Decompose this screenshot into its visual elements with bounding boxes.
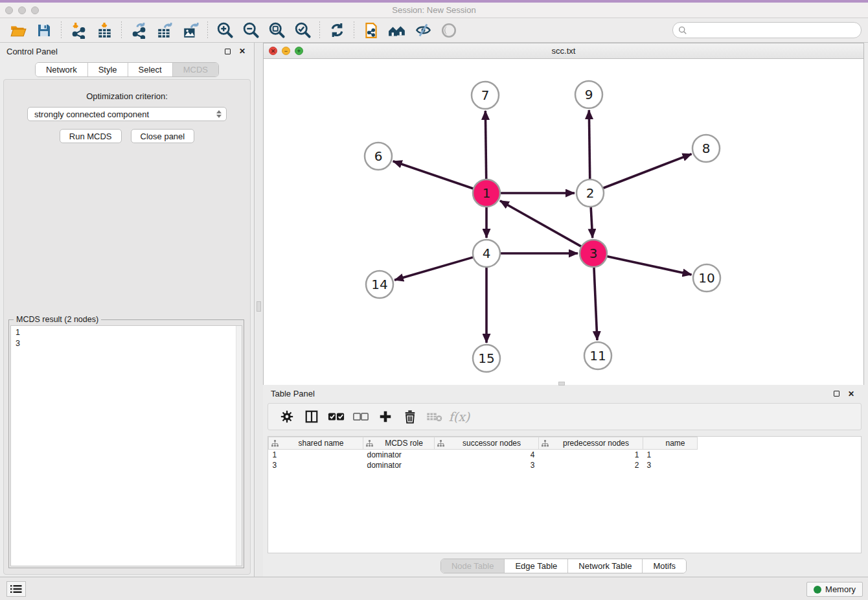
run-mcds-button[interactable]: Run MCDS bbox=[60, 129, 122, 143]
import-table-button[interactable] bbox=[95, 21, 114, 40]
show-graphics-details-button[interactable] bbox=[439, 21, 459, 40]
app-title: Session: New Session bbox=[0, 5, 868, 15]
cell-successor-nodes[interactable]: 3 bbox=[435, 460, 539, 470]
splitter-handle[interactable] bbox=[257, 301, 261, 312]
cell-mcds-role[interactable]: dominator bbox=[363, 450, 435, 460]
save-icon bbox=[36, 23, 52, 38]
cell-shared-name[interactable]: 1 bbox=[269, 450, 363, 460]
open-folder-icon bbox=[10, 22, 27, 39]
import-network-button[interactable] bbox=[69, 21, 88, 40]
open-file-button[interactable] bbox=[8, 21, 28, 40]
tab-edge-table[interactable]: Edge Table bbox=[505, 559, 568, 573]
tab-select[interactable]: Select bbox=[128, 63, 173, 76]
network-window-titlebar[interactable]: ✕ − + scc.txt bbox=[264, 43, 863, 59]
network-canvas[interactable]: 7968124314101511 bbox=[264, 59, 863, 385]
unchecked-boxes-icon bbox=[353, 412, 369, 421]
graph-edge-2-3[interactable] bbox=[591, 207, 593, 238]
export-image-button[interactable] bbox=[181, 21, 200, 40]
graph-edge-2-8[interactable] bbox=[603, 154, 692, 189]
network-maximize-button[interactable]: + bbox=[295, 47, 303, 55]
network-close-button[interactable]: ✕ bbox=[269, 47, 277, 55]
unselect-all-columns-button[interactable] bbox=[350, 406, 372, 427]
memory-button[interactable]: Memory bbox=[806, 582, 863, 597]
hide-graphics-details-button[interactable] bbox=[413, 21, 433, 40]
tab-network-table[interactable]: Network Table bbox=[568, 559, 643, 573]
tab-node-table[interactable]: Node Table bbox=[441, 559, 505, 573]
apply-preferred-layout-button[interactable] bbox=[327, 21, 347, 40]
maximize-window-button[interactable] bbox=[31, 6, 39, 14]
table-float-button[interactable] bbox=[831, 389, 841, 399]
table-settings-button[interactable] bbox=[276, 406, 298, 427]
cell-name[interactable]: 3 bbox=[643, 460, 698, 470]
zoom-fit-button[interactable] bbox=[267, 21, 286, 40]
cell-mcds-role[interactable]: dominator bbox=[363, 460, 435, 470]
node-layer: 7968124314101511 bbox=[365, 81, 720, 372]
mcds-result-line: 1 bbox=[16, 327, 242, 338]
graph-edge-3-11[interactable] bbox=[594, 267, 597, 340]
cell-shared-name[interactable]: 3 bbox=[269, 460, 363, 470]
delete-column-button[interactable] bbox=[399, 406, 421, 427]
graph-node-label-9: 9 bbox=[585, 87, 593, 102]
close-window-button[interactable] bbox=[5, 6, 13, 14]
close-panel-button[interactable]: ✕ bbox=[237, 46, 247, 56]
table-row[interactable]: 3 dominator 3 2 3 bbox=[269, 460, 698, 470]
result-scrollbar[interactable] bbox=[236, 326, 242, 566]
task-history-button[interactable] bbox=[6, 581, 26, 597]
table-row[interactable]: 1 dominator 4 1 1 bbox=[269, 450, 698, 460]
cell-successor-nodes[interactable]: 4 bbox=[435, 450, 539, 460]
toolbar-separator bbox=[207, 21, 208, 40]
table-close-button[interactable]: ✕ bbox=[846, 389, 856, 399]
close-mcds-panel-button[interactable]: Close panel bbox=[131, 129, 195, 143]
column-type-icon bbox=[271, 440, 279, 447]
mcds-result-textarea[interactable]: 1 3 bbox=[10, 325, 242, 566]
eye-icon bbox=[440, 22, 457, 39]
table-panel: Table Panel ✕ bbox=[263, 386, 864, 577]
column-label: successor nodes bbox=[463, 439, 521, 448]
optimization-criterion-label: Optimization criterion: bbox=[4, 91, 250, 101]
status-bar: Memory bbox=[0, 577, 868, 600]
first-neighbors-button[interactable] bbox=[387, 21, 407, 40]
save-session-button[interactable] bbox=[34, 21, 54, 40]
new-network-from-selection-button[interactable] bbox=[361, 21, 381, 40]
network-minimize-button[interactable]: − bbox=[282, 47, 290, 55]
graph-edge-1-6[interactable] bbox=[393, 161, 474, 189]
network-graph: 7968124314101511 bbox=[264, 59, 865, 385]
add-column-button[interactable] bbox=[374, 406, 396, 427]
control-panel-title: Control Panel bbox=[6, 47, 218, 56]
column-header-mcds-role[interactable]: MCDS role bbox=[363, 437, 435, 450]
toolbar-separator bbox=[354, 21, 354, 40]
graph-edge-2-9[interactable] bbox=[589, 110, 589, 179]
graph-edge-4-14[interactable] bbox=[394, 257, 474, 280]
tab-motifs[interactable]: Motifs bbox=[643, 559, 686, 573]
column-header-shared-name[interactable]: shared name bbox=[269, 437, 363, 450]
zoom-out-button[interactable] bbox=[241, 21, 260, 40]
panel-splitter[interactable] bbox=[255, 43, 263, 577]
graph-edge-1-7[interactable] bbox=[485, 111, 486, 179]
column-header-name[interactable]: name bbox=[643, 437, 698, 450]
export-table-button[interactable] bbox=[155, 21, 174, 40]
export-network-button[interactable] bbox=[129, 21, 148, 40]
cell-predecessor-nodes[interactable]: 1 bbox=[539, 450, 643, 460]
select-all-columns-button[interactable] bbox=[325, 406, 347, 427]
minimize-window-button[interactable] bbox=[18, 6, 26, 14]
column-type-icon bbox=[437, 440, 444, 447]
cell-predecessor-nodes[interactable]: 2 bbox=[539, 460, 643, 470]
split-panel-button[interactable] bbox=[301, 406, 323, 427]
graph-edge-3-1[interactable] bbox=[500, 201, 582, 247]
criterion-select[interactable]: strongly connected component bbox=[27, 107, 227, 121]
column-header-successor-nodes[interactable]: successor nodes bbox=[435, 437, 539, 450]
zoom-selected-button[interactable] bbox=[293, 21, 312, 40]
tab-style[interactable]: Style bbox=[88, 63, 128, 76]
cell-name[interactable]: 1 bbox=[643, 450, 698, 460]
float-panel-button[interactable] bbox=[222, 46, 233, 56]
eye-slash-icon bbox=[415, 21, 432, 39]
search-input[interactable] bbox=[691, 26, 856, 35]
node-table-grid: shared name MCDS role successor nodes pr… bbox=[268, 437, 698, 470]
column-header-predecessor-nodes[interactable]: predecessor nodes bbox=[539, 437, 643, 450]
zoom-in-button[interactable] bbox=[215, 21, 234, 40]
graph-edge-3-10[interactable] bbox=[607, 256, 692, 274]
tab-network[interactable]: Network bbox=[36, 63, 88, 76]
tab-mcds[interactable]: MCDS bbox=[173, 63, 218, 76]
toolbar-separator bbox=[121, 21, 122, 40]
search-box[interactable] bbox=[672, 22, 862, 38]
